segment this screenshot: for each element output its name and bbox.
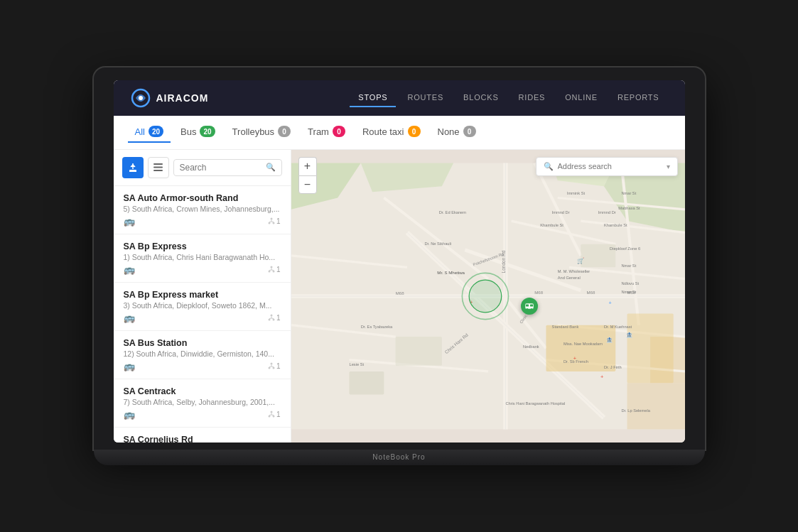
svg-point-19 xyxy=(270,315,272,317)
filter-none-badge: 0 xyxy=(463,126,476,137)
filter-none[interactable]: None 0 xyxy=(431,121,483,143)
svg-text:🏦: 🏦 xyxy=(625,332,632,338)
svg-line-24 xyxy=(271,318,274,319)
stop-list-item[interactable]: SA Bp Express market 3) South Africa, Di… xyxy=(114,283,291,331)
header: AIRACOM STOPS ROUTES BLOCKS RIDES ONLINE… xyxy=(114,80,685,116)
filter-route-taxi-label: Route taxi xyxy=(362,126,404,137)
stop-count: 1 xyxy=(268,411,281,418)
filter-none-label: None xyxy=(438,126,460,137)
svg-text:🛒: 🛒 xyxy=(577,256,585,264)
fork-icon xyxy=(268,217,275,224)
bus-type-icon: 🚌 xyxy=(124,409,135,420)
fork-icon xyxy=(268,314,275,321)
filter-tram-label: Tram xyxy=(308,126,329,137)
svg-text:Immink St: Immink St xyxy=(566,191,585,195)
svg-text:Dr. Es Tyabazeka: Dr. Es Tyabazeka xyxy=(360,324,392,328)
svg-line-36 xyxy=(271,415,274,416)
stop-meta: 🚌 1 xyxy=(124,409,281,420)
stop-count: 1 xyxy=(268,217,281,225)
svg-text:Mr. S Mhetiwa: Mr. S Mhetiwa xyxy=(437,270,465,275)
filter-bus[interactable]: Bus 20 xyxy=(173,121,222,143)
logo-text: AIRACOM xyxy=(156,92,209,104)
nav-routes[interactable]: ROUTES xyxy=(399,89,452,107)
filter-trolleybus[interactable]: Trolleybus 0 xyxy=(225,121,298,143)
svg-point-117 xyxy=(469,280,502,313)
svg-line-18 xyxy=(271,270,274,271)
bus-icon xyxy=(524,301,534,311)
svg-text:Mabhaxa St: Mabhaxa St xyxy=(618,205,640,210)
filter-trolleybus-badge: 0 xyxy=(278,126,291,137)
svg-rect-72 xyxy=(349,371,384,394)
filter-bar: All 20 Bus 20 Trolleybus 0 Tram 0 xyxy=(114,116,685,150)
svg-text:Dr. Ne Sikhauli: Dr. Ne Sikhauli xyxy=(424,241,451,246)
zoom-out-button[interactable]: − xyxy=(298,175,317,194)
svg-text:Nmar St: Nmar St xyxy=(621,289,636,293)
svg-text:Diepkloof Zone 6: Diepkloof Zone 6 xyxy=(610,246,640,250)
filter-tram[interactable]: Tram 0 xyxy=(301,121,352,143)
svg-point-26 xyxy=(268,367,270,369)
address-search[interactable]: 🔍 ▾ xyxy=(536,157,678,176)
svg-text:M68: M68 xyxy=(395,291,404,295)
bus-type-icon: 🚌 xyxy=(124,361,135,371)
svg-text:Dr. Ed Ekanem: Dr. Ed Ekanem xyxy=(438,210,466,215)
stop-list-item[interactable]: SA Auto Armor-south Rand 5) South Africa… xyxy=(114,186,291,234)
stop-meta: 🚌 1 xyxy=(124,216,281,227)
svg-rect-121 xyxy=(530,304,533,306)
svg-point-27 xyxy=(272,367,274,369)
stop-list-item[interactable]: SA Bus Station 12) South Africa, Dinwidd… xyxy=(114,331,291,379)
map-area: Chris Hani Rd London Rd M68 M68 M68 M68 … xyxy=(291,150,685,443)
svg-point-20 xyxy=(268,319,270,321)
chevron-down-icon: ▾ xyxy=(667,163,670,170)
stop-list-item[interactable]: SA Centrack 7) South Africa, Selby, Joha… xyxy=(114,379,291,428)
filter-all-label: All xyxy=(135,126,145,137)
nav-stops[interactable]: STOPS xyxy=(350,89,396,107)
stop-meta: 🚌 1 xyxy=(124,361,281,371)
svg-point-122 xyxy=(526,308,528,310)
nav-blocks[interactable]: BLOCKS xyxy=(455,89,507,107)
list-view-button[interactable] xyxy=(148,157,169,178)
laptop-base: NoteBook Pro xyxy=(94,450,705,465)
filter-tram-badge: 0 xyxy=(333,126,345,137)
address-search-input[interactable] xyxy=(558,162,662,170)
svg-point-25 xyxy=(270,363,272,365)
export-button[interactable] xyxy=(122,157,144,178)
stop-address: 12) South Africa, Dinwiddie, Germiston, … xyxy=(124,349,281,358)
svg-point-14 xyxy=(268,271,270,273)
svg-text:And General: And General xyxy=(557,275,580,279)
svg-text:M. M. Wholeseller: M. M. Wholeseller xyxy=(557,269,590,273)
nav-rides[interactable]: RIDES xyxy=(510,89,554,107)
svg-line-11 xyxy=(269,222,271,222)
stop-name: SA Auto Armor-south Rand xyxy=(124,193,281,203)
svg-rect-71 xyxy=(627,313,673,383)
nav-online[interactable]: ONLINE xyxy=(556,89,606,107)
stops-list: SA Auto Armor-south Rand 5) South Africa… xyxy=(114,186,291,443)
laptop-brand: NoteBook Pro xyxy=(372,453,425,461)
zoom-in-button[interactable]: + xyxy=(298,157,317,175)
svg-point-31 xyxy=(270,411,272,413)
svg-text:Ndlovu St: Ndlovu St xyxy=(621,281,639,285)
active-stop-marker[interactable] xyxy=(521,298,538,315)
svg-point-13 xyxy=(270,266,272,268)
stop-address: 3) South Africa, Diepkloof, Soweto 1862,… xyxy=(124,301,281,310)
main-nav: STOPS ROUTES BLOCKS RIDES ONLINE REPORTS xyxy=(350,89,667,107)
svg-text:Dr. J Firth: Dr. J Firth xyxy=(603,364,621,369)
svg-text:M68: M68 xyxy=(586,289,595,294)
filter-route-taxi[interactable]: Route taxi 0 xyxy=(355,121,428,143)
filter-trolleybus-label: Trolleybus xyxy=(232,126,274,137)
stop-list-item[interactable]: SA Cornelius Rd 13) South Africa, Union,… xyxy=(114,428,291,443)
search-box[interactable]: 🔍 xyxy=(173,159,282,176)
svg-text:Khambule St: Khambule St xyxy=(540,223,564,227)
nav-reports[interactable]: REPORTS xyxy=(609,89,668,107)
sidebar-toolbar: 🔍 xyxy=(114,150,291,186)
filter-all[interactable]: All 20 xyxy=(128,121,171,143)
filter-bus-label: Bus xyxy=(180,126,196,137)
svg-text:M68: M68 xyxy=(534,289,543,294)
svg-line-12 xyxy=(271,222,274,222)
filter-bus-badge: 20 xyxy=(200,126,215,137)
search-input[interactable] xyxy=(180,163,263,173)
stop-list-item[interactable]: SA Bp Express 1) South Africa, Chris Han… xyxy=(114,234,291,283)
svg-text:Nedbank: Nedbank xyxy=(522,344,539,349)
svg-text:+: + xyxy=(608,300,611,306)
fork-icon xyxy=(268,266,275,273)
sidebar: 🔍 SA Auto Armor-south Rand 5) South Afri… xyxy=(114,150,291,443)
